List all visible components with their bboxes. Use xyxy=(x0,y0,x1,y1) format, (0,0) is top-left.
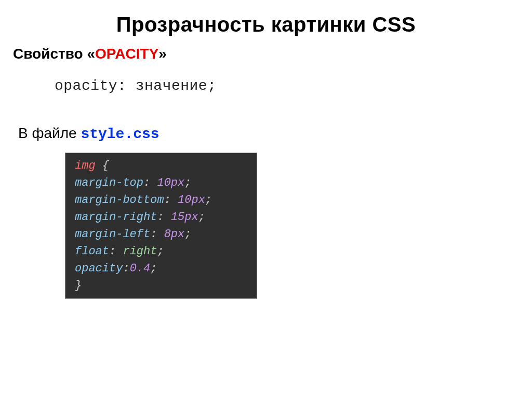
semicolon: ; xyxy=(184,228,191,241)
page-title: Прозрачность картинки CSS xyxy=(13,13,519,36)
code-value: 15px xyxy=(171,211,198,224)
colon: : xyxy=(150,228,164,241)
code-prop: float xyxy=(75,245,109,258)
colon: : xyxy=(157,211,170,224)
file-prefix: В файле xyxy=(18,125,81,141)
code-line: margin-left: 8px; xyxy=(75,226,250,243)
semicolon: ; xyxy=(184,176,191,189)
code-prop: margin-top xyxy=(75,176,143,189)
close-brace-line: } xyxy=(75,277,250,294)
property-name: OPACITY xyxy=(95,46,158,62)
code-prop: opacity xyxy=(75,262,123,275)
code-value: right xyxy=(123,245,157,258)
code-prop: margin-left xyxy=(75,228,150,241)
property-line: Свойство «OPACITY» xyxy=(13,46,519,62)
code-line: margin-bottom: 10px; xyxy=(75,191,250,209)
code-line: opacity:0.4; xyxy=(75,260,250,277)
code-value: 10px xyxy=(157,176,184,189)
semicolon: ; xyxy=(198,211,205,224)
code-line: margin-right: 15px; xyxy=(75,209,250,226)
semicolon: ; xyxy=(157,245,164,258)
file-line: В файле style.css xyxy=(13,125,519,142)
property-suffix: » xyxy=(158,46,167,62)
property-prefix: Свойство « xyxy=(13,46,95,62)
code-selector-line: img { xyxy=(75,157,250,174)
filename: style.css xyxy=(81,126,159,142)
close-brace: } xyxy=(75,279,82,292)
semicolon: ; xyxy=(205,194,212,207)
syntax-example: opacity: значение; xyxy=(55,78,519,94)
colon: : xyxy=(123,262,129,275)
code-line: margin-top: 10px; xyxy=(75,174,250,191)
code-value: 0.4 xyxy=(130,262,151,275)
open-brace: { xyxy=(96,159,109,172)
code-prop: margin-right xyxy=(75,211,157,224)
colon: : xyxy=(109,245,123,258)
colon: : xyxy=(143,176,157,189)
colon: : xyxy=(164,194,178,207)
code-value: 10px xyxy=(178,194,205,207)
code-selector: img xyxy=(75,159,96,172)
code-value: 8px xyxy=(164,228,185,241)
code-block: img { margin-top: 10px;margin-bottom: 10… xyxy=(65,153,257,299)
code-line: float: right; xyxy=(75,243,250,260)
code-prop: margin-bottom xyxy=(75,194,164,207)
semicolon: ; xyxy=(150,262,157,275)
